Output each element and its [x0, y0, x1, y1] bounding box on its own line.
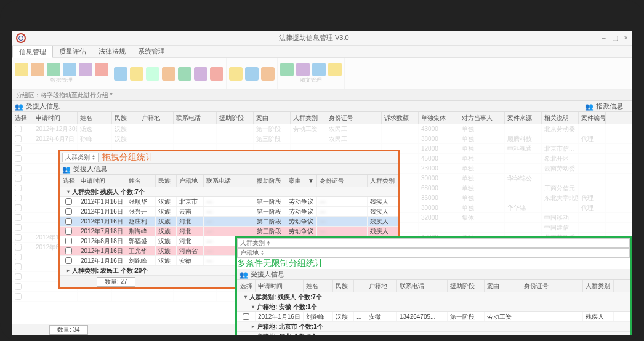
col[interactable]: 姓名: [304, 280, 333, 292]
ribbon-icon[interactable]: [47, 63, 60, 76]
data-row[interactable]: 2012年1月16日张兴开汉族云南—第一阶段劳动争议—残疾人: [60, 207, 398, 217]
col-due[interactable]: 诉求数额: [382, 112, 419, 124]
count-box: 数量: 27: [97, 277, 135, 287]
minimize-button[interactable]: –: [602, 34, 605, 42]
ribbon-icon[interactable]: [130, 67, 143, 81]
col[interactable]: 申请时间: [78, 175, 126, 187]
row-checkbox[interactable]: [65, 247, 72, 254]
ribbon-icon[interactable]: [245, 67, 259, 81]
col[interactable]: 身份证号: [317, 175, 368, 187]
subgroup-row[interactable]: ▸户籍地: 河北 个数:3个: [237, 332, 630, 335]
col[interactable]: 选择: [60, 175, 78, 187]
subgroup-row[interactable]: ▾户籍地: 安徽 个数:1个: [237, 302, 630, 312]
subgroup-row[interactable]: ▸户籍地: 北京市 个数:1个: [237, 322, 630, 332]
ribbon-group-label: 图文管理: [280, 76, 342, 84]
col-party[interactable]: 对方当事人: [459, 112, 505, 124]
people-icon: [239, 271, 248, 278]
group-chip[interactable]: 人群类别▲▼: [237, 238, 630, 248]
col[interactable]: 人群类别: [368, 175, 398, 187]
col-select[interactable]: 选择: [12, 112, 33, 124]
col[interactable]: 人群类别: [583, 280, 614, 292]
col-group[interactable]: 单独集体: [419, 112, 459, 124]
tab-quality[interactable]: 质量评估: [53, 46, 92, 57]
col[interactable]: 联系电话: [397, 280, 448, 292]
title-bar: 法律援助信息管理 V3.0 – ▢ ×: [12, 31, 632, 46]
ribbon-icon[interactable]: [210, 67, 223, 81]
col-eth[interactable]: 民族: [112, 112, 139, 124]
col[interactable]: 民族: [333, 280, 354, 292]
menu-tabs: 信息管理 质量评估 法律法规 系统管理: [12, 46, 632, 58]
col[interactable]: 姓名: [126, 175, 156, 187]
row-checkbox[interactable]: [243, 313, 249, 320]
col[interactable]: 选择: [237, 280, 256, 292]
overlay-caption: 拖拽分组统计: [102, 152, 154, 163]
row-checkbox[interactable]: [65, 208, 72, 215]
ribbon-icon[interactable]: [146, 67, 159, 81]
col[interactable]: [354, 280, 366, 292]
col[interactable]: 民族: [156, 175, 177, 187]
grid-header: 选择 申请时间 姓名 民族 户籍地 联系电话 援助阶段 案由 人群类别 身份证号…: [12, 112, 632, 124]
col-stage[interactable]: 援助阶段: [217, 112, 254, 124]
group-chip[interactable]: 户籍地▲▼: [237, 248, 630, 258]
col[interactable]: 户籍地: [366, 280, 397, 292]
ribbon: 数据管理 图文管理: [12, 58, 632, 90]
ribbon-icon[interactable]: [114, 67, 127, 81]
maximize-button[interactable]: ▢: [612, 34, 618, 42]
ribbon-icon[interactable]: [261, 67, 275, 81]
col-cat[interactable]: 人群类别: [291, 112, 326, 124]
group-row[interactable]: ▾人群类别: 残疾人 个数:7个: [60, 187, 398, 197]
left-panel-title: 受援人信息: [12, 101, 582, 112]
ribbon-icon[interactable]: [79, 63, 92, 76]
ribbon-icon[interactable]: [95, 63, 108, 76]
overlay-caption: 多条件无限制分组统计: [237, 258, 323, 268]
row-checkbox[interactable]: [65, 228, 72, 235]
group-drop-zone[interactable]: 分组区：将字段拖动至此进行分组 *: [12, 90, 632, 101]
ribbon-icon[interactable]: [194, 67, 207, 81]
row-checkbox[interactable]: [65, 198, 72, 205]
app-title: 法律援助信息管理 V3.0: [279, 33, 349, 42]
ribbon-icon[interactable]: [328, 63, 342, 76]
ribbon-icon[interactable]: [15, 63, 28, 76]
ribbon-icon[interactable]: [31, 63, 44, 76]
col-reg[interactable]: 户籍地: [139, 112, 174, 124]
row-checkbox[interactable]: [65, 238, 72, 244]
group-chip[interactable]: 人群类别▲▼: [62, 153, 99, 162]
col-name[interactable]: 姓名: [78, 112, 112, 124]
ribbon-icon[interactable]: [280, 63, 294, 76]
data-row[interactable]: 2012年7月18日荆海峰汉族河北—第三阶段劳动争议—残疾人: [60, 227, 398, 236]
overlay-multi-group: 人群类别▲▼ 户籍地▲▼ 多条件无限制分组统计 受援人信息 选择 申请时间 姓名…: [235, 236, 632, 335]
col[interactable]: 申请时间: [256, 280, 304, 292]
col[interactable]: 援助阶段: [254, 175, 286, 187]
tab-info-mgmt[interactable]: 信息管理: [12, 46, 53, 58]
tab-sys[interactable]: 系统管理: [132, 46, 171, 57]
col[interactable]: 户籍地: [177, 175, 204, 187]
ribbon-icon[interactable]: [229, 67, 243, 81]
row-checkbox[interactable]: [65, 257, 72, 264]
app-logo: [16, 33, 26, 43]
people-icon: [15, 103, 23, 110]
col-rel[interactable]: 相关说明: [542, 112, 579, 124]
col[interactable]: 案由: [485, 280, 521, 292]
ribbon-icon[interactable]: [63, 63, 76, 76]
col-tel[interactable]: 联系电话: [174, 112, 217, 124]
col-src[interactable]: 案件来源: [505, 112, 542, 124]
col-id[interactable]: 身份证号: [326, 112, 382, 124]
col[interactable]: 援助阶段: [448, 280, 485, 292]
col-time[interactable]: 申请时间: [33, 112, 78, 124]
col[interactable]: 身份证号: [521, 280, 583, 292]
col-reason[interactable]: 案由: [254, 112, 291, 124]
data-row[interactable]: 2012年1月16日张顺华汉族北京市—第一阶段劳动争议—残疾人: [60, 197, 398, 207]
col[interactable]: 案由▼: [286, 175, 317, 187]
ribbon-icon[interactable]: [178, 67, 191, 81]
ribbon-icon[interactable]: [162, 67, 175, 81]
group-row[interactable]: ▾人群类别: 残疾人 个数:7个: [237, 292, 630, 302]
data-row[interactable]: 2012年1月16日赵庄利汉族河北—第二阶段劳动争议—残疾人: [60, 217, 398, 227]
close-button[interactable]: ×: [624, 34, 628, 42]
col-case[interactable]: 案件编号: [579, 112, 606, 124]
data-row[interactable]: 2012年1月16日 刘跑峰 汉族 ... 安徽 134264705... 第一…: [237, 312, 630, 322]
ribbon-icon[interactable]: [312, 63, 326, 76]
col[interactable]: 联系电话: [204, 175, 254, 187]
ribbon-icon[interactable]: [296, 63, 310, 76]
row-checkbox[interactable]: [65, 218, 72, 225]
tab-law[interactable]: 法律法规: [92, 46, 132, 57]
